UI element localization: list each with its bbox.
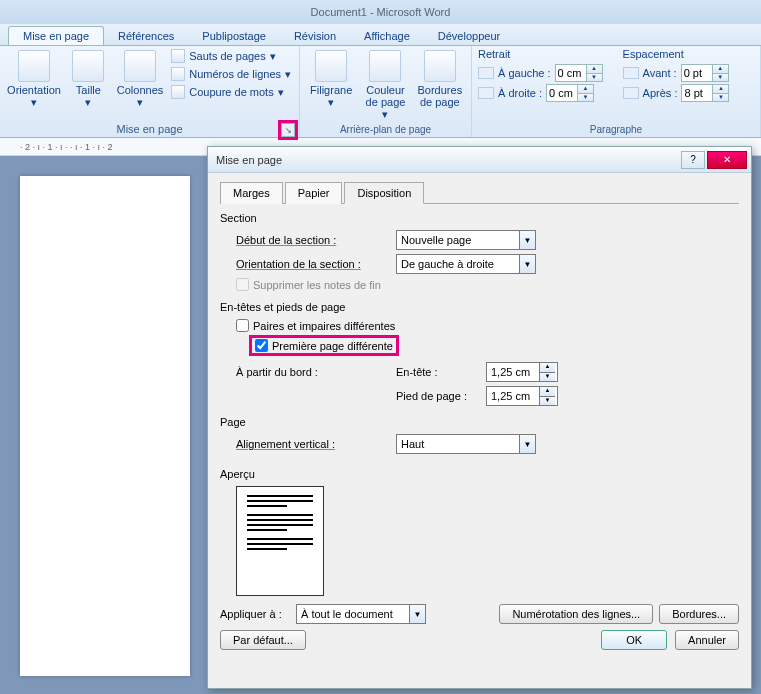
numeros-button[interactable]: Numéros de lignes ▾ xyxy=(169,66,293,82)
space-after-icon xyxy=(623,87,639,99)
tab-affichage[interactable]: Affichage xyxy=(350,27,424,45)
annuler-button[interactable]: Annuler xyxy=(675,630,739,650)
filigrane-button[interactable]: Filigrane▾ xyxy=(306,48,356,110)
group-label-paragraphe: Paragraphe xyxy=(478,122,754,137)
watermark-icon xyxy=(315,50,347,82)
preview-thumbnail xyxy=(236,486,324,596)
tab-publipostage[interactable]: Publipostage xyxy=(188,27,280,45)
close-button[interactable]: ✕ xyxy=(707,151,747,169)
retrait-heading: Retrait xyxy=(478,48,603,60)
pied-label: Pied de page : xyxy=(396,390,486,402)
space-after-spin[interactable]: ▲▼ xyxy=(681,84,729,102)
app-title: Document1 - Microsoft Word xyxy=(311,6,451,18)
entete-spin[interactable]: ▲▼ xyxy=(486,362,558,382)
group-arriere-plan: Filigrane▾ Couleur de page▾ Bordures de … xyxy=(300,46,472,137)
debut-section-label: Début de la section : xyxy=(236,234,396,246)
bordures-page-button[interactable]: Bordures de page xyxy=(415,48,465,110)
orientation-button[interactable]: Orientation▾ xyxy=(6,48,62,110)
apercu-heading: Aperçu xyxy=(220,468,739,480)
bordures-button[interactable]: Bordures... xyxy=(659,604,739,624)
appliquer-label: Appliquer à : xyxy=(220,608,296,620)
apartir-label: À partir du bord : xyxy=(236,366,396,378)
tab-marges[interactable]: Marges xyxy=(220,182,283,204)
indent-right-icon xyxy=(478,87,494,99)
ribbon: Orientation▾ Taille▾ Colonnes▾ Sauts de … xyxy=(0,46,761,138)
page-setup-dialog: Mise en page ? ✕ Marges Papier Dispositi… xyxy=(207,146,752,689)
breaks-icon xyxy=(171,49,185,63)
group-mise-en-page: Orientation▾ Taille▾ Colonnes▾ Sauts de … xyxy=(0,46,300,137)
chevron-down-icon[interactable]: ▼ xyxy=(519,435,535,453)
chevron-down-icon[interactable]: ▼ xyxy=(409,605,425,623)
section-heading: Section xyxy=(220,212,739,224)
espacement-heading: Espacement xyxy=(623,48,730,60)
chevron-down-icon[interactable]: ▼ xyxy=(519,231,535,249)
sauts-button[interactable]: Sauts de pages ▾ xyxy=(169,48,293,64)
page-borders-icon xyxy=(424,50,456,82)
help-button[interactable]: ? xyxy=(681,151,705,169)
tab-developpeur[interactable]: Développeur xyxy=(424,27,514,45)
tab-mise-en-page[interactable]: Mise en page xyxy=(8,26,104,45)
orientation-section-label: Orientation de la section : xyxy=(236,258,396,270)
colonnes-button[interactable]: Colonnes▾ xyxy=(115,48,165,110)
ok-button[interactable]: OK xyxy=(601,630,667,650)
tab-references[interactable]: Références xyxy=(104,27,188,45)
line-numbers-icon xyxy=(171,67,185,81)
page-setup-launcher[interactable]: ↘ xyxy=(281,123,295,137)
paires-impaires-checkbox[interactable] xyxy=(236,319,249,332)
document-page[interactable] xyxy=(20,176,190,676)
orientation-section-combo[interactable]: De gauche à droite▼ xyxy=(396,254,536,274)
page-heading: Page xyxy=(220,416,739,428)
entetes-heading: En-têtes et pieds de page xyxy=(220,301,739,313)
dialog-title: Mise en page xyxy=(216,154,679,166)
dialog-tabs: Marges Papier Disposition xyxy=(220,181,739,204)
entete-label: En-tête : xyxy=(396,366,486,378)
coupure-button[interactable]: Coupure de mots ▾ xyxy=(169,84,293,100)
appliquer-combo[interactable]: À tout le document▼ xyxy=(296,604,426,624)
tab-papier[interactable]: Papier xyxy=(285,182,343,204)
debut-section-combo[interactable]: Nouvelle page▼ xyxy=(396,230,536,250)
group-paragraphe: Retrait À gauche : ▲▼ À droite : ▲▼ Espa… xyxy=(472,46,761,137)
tab-revision[interactable]: Révision xyxy=(280,27,350,45)
supprimer-notes-checkbox xyxy=(236,278,249,291)
numerotation-button[interactable]: Numérotation des lignes... xyxy=(499,604,653,624)
indent-left-icon xyxy=(478,67,494,79)
hyphenation-icon xyxy=(171,85,185,99)
indent-right-spin[interactable]: ▲▼ xyxy=(546,84,594,102)
tab-disposition[interactable]: Disposition xyxy=(344,182,424,204)
dialog-titlebar[interactable]: Mise en page ? ✕ xyxy=(208,147,751,173)
pied-spin[interactable]: ▲▼ xyxy=(486,386,558,406)
indent-left-spin[interactable]: ▲▼ xyxy=(555,64,603,82)
orientation-icon xyxy=(18,50,50,82)
par-defaut-button[interactable]: Par défaut... xyxy=(220,630,306,650)
space-before-spin[interactable]: ▲▼ xyxy=(681,64,729,82)
couleur-page-button[interactable]: Couleur de page▾ xyxy=(360,48,410,122)
columns-icon xyxy=(124,50,156,82)
group-label-mise-en-page: Mise en page ↘ xyxy=(6,121,293,137)
alignement-combo[interactable]: Haut▼ xyxy=(396,434,536,454)
size-icon xyxy=(72,50,104,82)
app-titlebar: Document1 - Microsoft Word xyxy=(0,0,761,24)
group-label-arriere-plan: Arrière-plan de page xyxy=(306,122,465,137)
chevron-down-icon[interactable]: ▼ xyxy=(519,255,535,273)
taille-button[interactable]: Taille▾ xyxy=(66,48,111,110)
premiere-page-checkbox[interactable] xyxy=(255,339,268,352)
space-before-icon xyxy=(623,67,639,79)
alignement-label: Alignement vertical : xyxy=(236,438,396,450)
page-color-icon xyxy=(369,50,401,82)
ribbon-tabs: Mise en page Références Publipostage Rév… xyxy=(0,24,761,46)
